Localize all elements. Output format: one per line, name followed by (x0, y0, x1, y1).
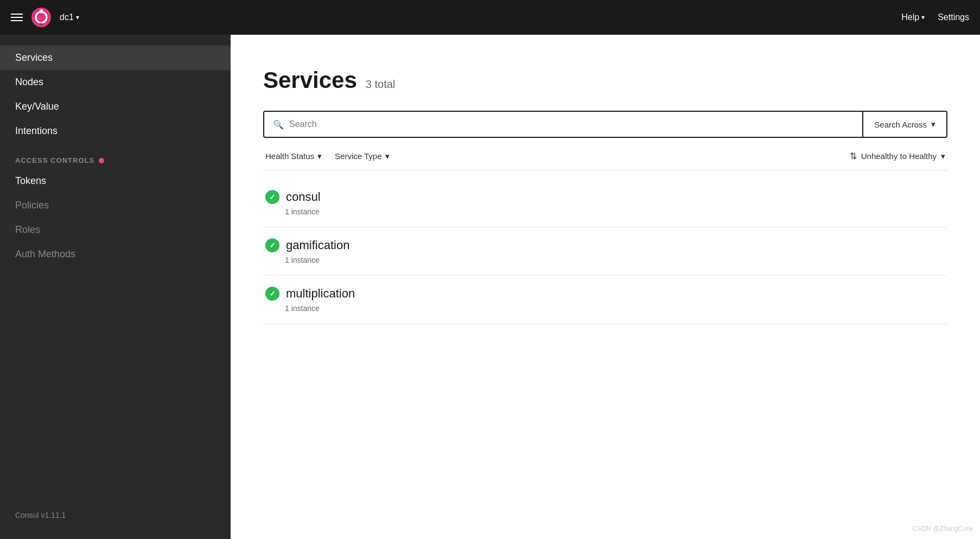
page-header: Services 3 total (263, 67, 947, 93)
sidebar-item-intentions[interactable]: Intentions (0, 119, 231, 143)
service-name: gamification (286, 238, 349, 252)
consul-logo (31, 8, 51, 27)
service-type-filter[interactable]: Service Type ▾ (335, 151, 389, 161)
page-title: Services (263, 67, 357, 93)
health-check-icon (265, 190, 279, 204)
search-input[interactable] (289, 112, 854, 137)
access-controls-label: ACCESS CONTROLS (0, 148, 231, 169)
service-name-row: multiplication (265, 287, 945, 301)
table-row[interactable]: consul 1 instance (263, 179, 947, 227)
hamburger-menu[interactable] (11, 14, 23, 21)
search-input-wrap: 🔍 (264, 112, 862, 137)
datacenter-chevron-icon: ▾ (76, 14, 79, 21)
service-instance-count: 1 instance (265, 207, 945, 216)
health-status-filter[interactable]: Health Status ▾ (265, 151, 322, 161)
sidebar-item-services[interactable]: Services (0, 46, 231, 70)
sort-button[interactable]: ⇅ Unhealthy to Healthy ▾ (850, 151, 945, 161)
health-status-chevron-icon: ▾ (317, 151, 322, 161)
table-row[interactable]: multiplication 1 instance (263, 276, 947, 324)
service-type-chevron-icon: ▾ (385, 151, 390, 161)
datacenter-selector[interactable]: dc1 ▾ (60, 12, 79, 22)
sidebar-item-tokens[interactable]: Tokens (0, 169, 231, 193)
sidebar-item-auth-methods[interactable]: Auth Methods (0, 242, 231, 267)
health-check-icon (265, 238, 279, 252)
sort-icon: ⇅ (850, 151, 857, 161)
svg-point-2 (40, 9, 43, 12)
sidebar: Services Nodes Key/Value Intentions ACCE… (0, 35, 231, 539)
main-content: Services 3 total 🔍 Search Across ▾ Healt… (231, 35, 980, 539)
services-list: consul 1 instance gamification 1 instanc… (263, 179, 947, 324)
table-row[interactable]: gamification 1 instance (263, 227, 947, 276)
svg-point-3 (40, 22, 43, 26)
settings-link[interactable]: Settings (938, 12, 969, 22)
sidebar-version: Consul v1.11.1 (0, 502, 231, 528)
services-total-count: 3 total (366, 78, 395, 91)
sidebar-item-keyvalue[interactable]: Key/Value (0, 94, 231, 119)
service-instance-count: 1 instance (265, 256, 945, 264)
service-name: consul (286, 190, 321, 204)
sidebar-item-nodes[interactable]: Nodes (0, 70, 231, 94)
service-instance-count: 1 instance (265, 304, 945, 313)
sort-chevron-icon: ▾ (941, 151, 945, 161)
search-across-button[interactable]: Search Across ▾ (862, 112, 946, 137)
sidebar-nav-section: Services Nodes Key/Value Intentions (0, 46, 231, 143)
help-chevron-icon: ▾ (921, 14, 925, 21)
access-controls-section: ACCESS CONTROLS Tokens Policies Roles Au… (0, 148, 231, 267)
sidebar-item-roles[interactable]: Roles (0, 218, 231, 242)
topnav: dc1 ▾ Help ▾ Settings (0, 0, 980, 35)
help-menu[interactable]: Help ▾ (901, 12, 925, 22)
health-check-icon (265, 287, 279, 301)
filter-row: Health Status ▾ Service Type ▾ ⇅ Unhealt… (263, 151, 947, 170)
search-bar: 🔍 Search Across ▾ (263, 111, 947, 138)
service-name-row: gamification (265, 238, 945, 252)
service-name-row: consul (265, 190, 945, 204)
access-controls-alert-dot (99, 158, 104, 163)
search-across-chevron-icon: ▾ (931, 119, 936, 129)
sidebar-item-policies[interactable]: Policies (0, 193, 231, 218)
service-name: multiplication (286, 287, 355, 301)
search-icon: 🔍 (273, 119, 284, 130)
